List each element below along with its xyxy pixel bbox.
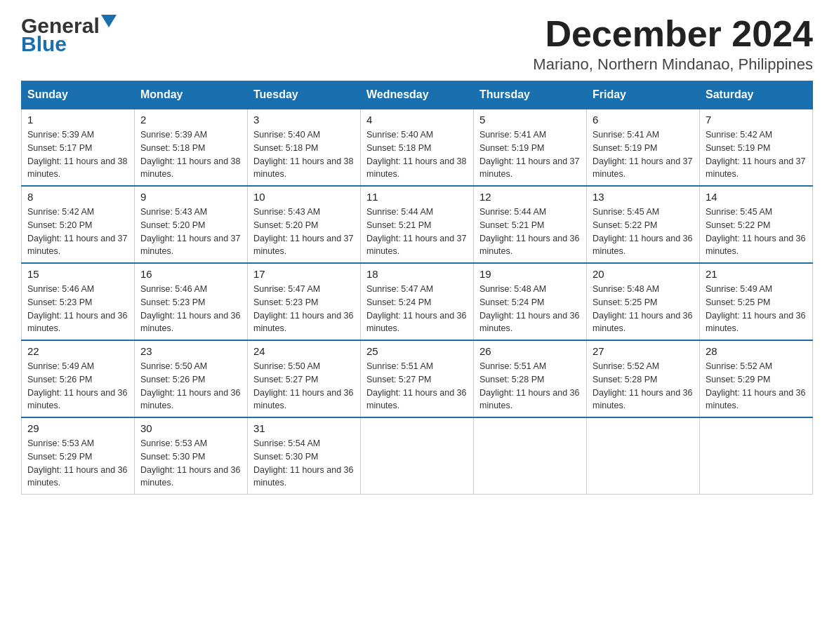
day-info: Sunrise: 5:53 AMSunset: 5:29 PMDaylight:… xyxy=(27,437,128,490)
day-number: 20 xyxy=(593,268,694,280)
day-info: Sunrise: 5:40 AMSunset: 5:18 PMDaylight:… xyxy=(253,128,355,181)
logo-triangle-icon xyxy=(101,15,117,30)
calendar-cell xyxy=(700,417,813,495)
col-saturday: Saturday xyxy=(700,81,813,109)
logo-blue-text: Blue xyxy=(21,32,117,56)
day-info: Sunrise: 5:48 AMSunset: 5:25 PMDaylight:… xyxy=(593,283,694,335)
day-number: 30 xyxy=(140,422,241,434)
day-info: Sunrise: 5:44 AMSunset: 5:21 PMDaylight:… xyxy=(479,206,581,258)
calendar-week-row: 15Sunrise: 5:46 AMSunset: 5:23 PMDayligh… xyxy=(22,263,813,340)
calendar-cell: 30Sunrise: 5:53 AMSunset: 5:30 PMDayligh… xyxy=(135,417,248,495)
page-header: General Blue December 2024 Mariano, Nort… xyxy=(21,14,813,74)
day-info: Sunrise: 5:51 AMSunset: 5:28 PMDaylight:… xyxy=(479,360,581,412)
calendar-cell: 6Sunrise: 5:41 AMSunset: 5:19 PMDaylight… xyxy=(587,109,700,186)
calendar-cell: 2Sunrise: 5:39 AMSunset: 5:18 PMDaylight… xyxy=(135,109,248,186)
calendar-cell: 3Sunrise: 5:40 AMSunset: 5:18 PMDaylight… xyxy=(248,109,361,186)
day-number: 1 xyxy=(27,114,128,126)
calendar-cell: 7Sunrise: 5:42 AMSunset: 5:19 PMDaylight… xyxy=(700,109,813,186)
calendar-cell xyxy=(587,417,700,495)
day-number: 6 xyxy=(593,114,694,126)
calendar-cell: 31Sunrise: 5:54 AMSunset: 5:30 PMDayligh… xyxy=(248,417,361,495)
calendar-cell: 25Sunrise: 5:51 AMSunset: 5:27 PMDayligh… xyxy=(361,340,474,417)
col-tuesday: Tuesday xyxy=(248,81,361,109)
svg-marker-0 xyxy=(101,15,117,27)
col-friday: Friday xyxy=(587,81,700,109)
day-info: Sunrise: 5:48 AMSunset: 5:24 PMDaylight:… xyxy=(479,283,581,335)
day-number: 23 xyxy=(140,345,241,357)
day-number: 25 xyxy=(366,345,468,357)
calendar-cell: 11Sunrise: 5:44 AMSunset: 5:21 PMDayligh… xyxy=(361,186,474,263)
day-info: Sunrise: 5:43 AMSunset: 5:20 PMDaylight:… xyxy=(140,206,241,258)
col-sunday: Sunday xyxy=(22,81,135,109)
calendar-cell xyxy=(474,417,587,495)
day-number: 29 xyxy=(27,422,128,434)
calendar-cell: 22Sunrise: 5:49 AMSunset: 5:26 PMDayligh… xyxy=(22,340,135,417)
day-number: 19 xyxy=(479,268,581,280)
calendar-cell: 19Sunrise: 5:48 AMSunset: 5:24 PMDayligh… xyxy=(474,263,587,340)
day-info: Sunrise: 5:46 AMSunset: 5:23 PMDaylight:… xyxy=(27,283,128,335)
calendar-cell xyxy=(361,417,474,495)
day-number: 18 xyxy=(366,268,468,280)
day-info: Sunrise: 5:39 AMSunset: 5:17 PMDaylight:… xyxy=(27,128,128,181)
day-number: 17 xyxy=(253,268,355,280)
day-info: Sunrise: 5:54 AMSunset: 5:30 PMDaylight:… xyxy=(253,437,355,490)
day-info: Sunrise: 5:47 AMSunset: 5:23 PMDaylight:… xyxy=(253,283,355,335)
calendar-header-row: Sunday Monday Tuesday Wednesday Thursday… xyxy=(22,81,813,109)
day-info: Sunrise: 5:51 AMSunset: 5:27 PMDaylight:… xyxy=(366,360,468,412)
calendar-week-row: 1Sunrise: 5:39 AMSunset: 5:17 PMDaylight… xyxy=(22,109,813,186)
calendar-week-row: 22Sunrise: 5:49 AMSunset: 5:26 PMDayligh… xyxy=(22,340,813,417)
day-number: 24 xyxy=(253,345,355,357)
calendar-cell: 8Sunrise: 5:42 AMSunset: 5:20 PMDaylight… xyxy=(22,186,135,263)
calendar-cell: 12Sunrise: 5:44 AMSunset: 5:21 PMDayligh… xyxy=(474,186,587,263)
location-subtitle: Mariano, Northern Mindanao, Philippines xyxy=(533,55,813,74)
calendar-cell: 27Sunrise: 5:52 AMSunset: 5:28 PMDayligh… xyxy=(587,340,700,417)
day-info: Sunrise: 5:52 AMSunset: 5:29 PMDaylight:… xyxy=(706,360,807,412)
day-number: 5 xyxy=(479,114,581,126)
calendar-cell: 26Sunrise: 5:51 AMSunset: 5:28 PMDayligh… xyxy=(474,340,587,417)
day-number: 16 xyxy=(140,268,241,280)
calendar-cell: 23Sunrise: 5:50 AMSunset: 5:26 PMDayligh… xyxy=(135,340,248,417)
calendar-cell: 28Sunrise: 5:52 AMSunset: 5:29 PMDayligh… xyxy=(700,340,813,417)
day-info: Sunrise: 5:42 AMSunset: 5:19 PMDaylight:… xyxy=(706,128,807,181)
day-info: Sunrise: 5:41 AMSunset: 5:19 PMDaylight:… xyxy=(593,128,694,181)
day-info: Sunrise: 5:44 AMSunset: 5:21 PMDaylight:… xyxy=(366,206,468,258)
title-block: December 2024 Mariano, Northern Mindanao… xyxy=(533,14,813,74)
day-info: Sunrise: 5:47 AMSunset: 5:24 PMDaylight:… xyxy=(366,283,468,335)
calendar-cell: 17Sunrise: 5:47 AMSunset: 5:23 PMDayligh… xyxy=(248,263,361,340)
day-number: 4 xyxy=(366,114,468,126)
logo: General Blue xyxy=(21,14,117,56)
calendar-cell: 1Sunrise: 5:39 AMSunset: 5:17 PMDaylight… xyxy=(22,109,135,186)
calendar-cell: 10Sunrise: 5:43 AMSunset: 5:20 PMDayligh… xyxy=(248,186,361,263)
day-number: 10 xyxy=(253,191,355,203)
day-info: Sunrise: 5:50 AMSunset: 5:27 PMDaylight:… xyxy=(253,360,355,412)
day-number: 7 xyxy=(706,114,807,126)
calendar-cell: 14Sunrise: 5:45 AMSunset: 5:22 PMDayligh… xyxy=(700,186,813,263)
day-info: Sunrise: 5:53 AMSunset: 5:30 PMDaylight:… xyxy=(140,437,241,490)
calendar-cell: 13Sunrise: 5:45 AMSunset: 5:22 PMDayligh… xyxy=(587,186,700,263)
day-number: 14 xyxy=(706,191,807,203)
day-number: 27 xyxy=(593,345,694,357)
day-info: Sunrise: 5:40 AMSunset: 5:18 PMDaylight:… xyxy=(366,128,468,181)
day-info: Sunrise: 5:39 AMSunset: 5:18 PMDaylight:… xyxy=(140,128,241,181)
calendar-cell: 15Sunrise: 5:46 AMSunset: 5:23 PMDayligh… xyxy=(22,263,135,340)
calendar-week-row: 8Sunrise: 5:42 AMSunset: 5:20 PMDaylight… xyxy=(22,186,813,263)
day-info: Sunrise: 5:46 AMSunset: 5:23 PMDaylight:… xyxy=(140,283,241,335)
day-info: Sunrise: 5:50 AMSunset: 5:26 PMDaylight:… xyxy=(140,360,241,412)
day-number: 13 xyxy=(593,191,694,203)
calendar-table: Sunday Monday Tuesday Wednesday Thursday… xyxy=(21,81,813,495)
day-info: Sunrise: 5:49 AMSunset: 5:25 PMDaylight:… xyxy=(706,283,807,335)
day-number: 28 xyxy=(706,345,807,357)
month-year-title: December 2024 xyxy=(533,14,813,54)
calendar-week-row: 29Sunrise: 5:53 AMSunset: 5:29 PMDayligh… xyxy=(22,417,813,495)
day-number: 8 xyxy=(27,191,128,203)
calendar-cell: 24Sunrise: 5:50 AMSunset: 5:27 PMDayligh… xyxy=(248,340,361,417)
day-number: 3 xyxy=(253,114,355,126)
day-number: 31 xyxy=(253,422,355,434)
day-info: Sunrise: 5:42 AMSunset: 5:20 PMDaylight:… xyxy=(27,206,128,258)
day-info: Sunrise: 5:45 AMSunset: 5:22 PMDaylight:… xyxy=(706,206,807,258)
day-info: Sunrise: 5:43 AMSunset: 5:20 PMDaylight:… xyxy=(253,206,355,258)
day-info: Sunrise: 5:49 AMSunset: 5:26 PMDaylight:… xyxy=(27,360,128,412)
col-thursday: Thursday xyxy=(474,81,587,109)
day-info: Sunrise: 5:52 AMSunset: 5:28 PMDaylight:… xyxy=(593,360,694,412)
day-info: Sunrise: 5:41 AMSunset: 5:19 PMDaylight:… xyxy=(479,128,581,181)
